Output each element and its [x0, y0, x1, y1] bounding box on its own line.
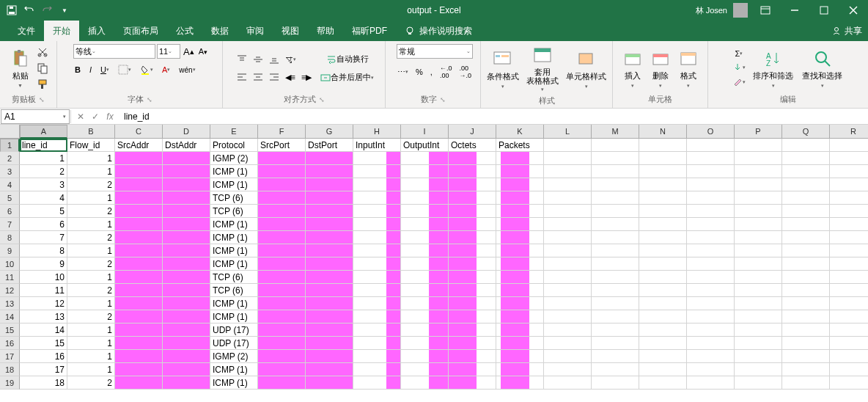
cell[interactable] [782, 218, 830, 231]
cell[interactable] [639, 205, 687, 218]
row-header[interactable]: 6 [0, 205, 20, 218]
cell[interactable] [258, 152, 306, 165]
cell[interactable] [830, 178, 868, 191]
orientation-icon[interactable]: ⦪▾ [284, 54, 298, 65]
cell[interactable] [544, 165, 592, 178]
cell[interactable]: 1 [67, 363, 115, 376]
cell[interactable] [830, 376, 868, 390]
cell[interactable] [306, 231, 353, 244]
cell[interactable] [544, 152, 592, 165]
border-icon[interactable]: ▾ [117, 63, 133, 76]
cell[interactable] [782, 231, 830, 244]
cell[interactable] [401, 218, 449, 231]
cell[interactable] [830, 337, 868, 350]
row-header[interactable]: 3 [0, 165, 20, 178]
cell[interactable] [782, 337, 830, 350]
decrease-indent-icon[interactable]: ◀≡ [284, 71, 297, 84]
cell[interactable] [687, 284, 735, 297]
cell[interactable] [830, 205, 868, 218]
cell[interactable] [544, 271, 592, 284]
cell[interactable] [401, 310, 449, 324]
percent-icon[interactable]: % [414, 66, 424, 78]
cell[interactable] [735, 337, 782, 350]
cell[interactable] [258, 244, 306, 257]
cell[interactable]: 1 [67, 337, 115, 350]
cell[interactable] [115, 257, 163, 271]
cell[interactable] [401, 257, 449, 271]
cell[interactable] [353, 218, 401, 231]
cell[interactable] [687, 152, 735, 165]
cell[interactable] [163, 191, 210, 205]
qat-customize-icon[interactable]: ▼ [57, 3, 72, 18]
col-header[interactable]: G [306, 125, 353, 139]
cell[interactable] [544, 139, 592, 152]
cell[interactable] [592, 350, 639, 363]
sort-filter-button[interactable]: AZ排序和筛选▾ [750, 47, 796, 90]
cell[interactable] [496, 350, 544, 363]
row-header[interactable]: 16 [0, 337, 20, 350]
tab-review[interactable]: 审阅 [238, 21, 273, 41]
cell[interactable]: line_id [20, 139, 67, 152]
cell[interactable]: SrcPort [258, 139, 306, 152]
col-header[interactable]: M [592, 125, 639, 139]
maximize-icon[interactable] [812, 1, 836, 19]
col-header[interactable]: F [258, 125, 306, 139]
cell[interactable] [639, 297, 687, 310]
cell[interactable] [544, 297, 592, 310]
cell[interactable] [782, 152, 830, 165]
cell[interactable] [735, 231, 782, 244]
cell[interactable] [544, 257, 592, 271]
cell[interactable]: 11 [20, 284, 67, 297]
cell[interactable] [592, 337, 639, 350]
align-left-icon[interactable] [235, 70, 249, 84]
col-header[interactable]: Q [782, 125, 830, 139]
cell[interactable]: DstAddr [163, 139, 210, 152]
cell[interactable] [306, 257, 353, 271]
cell[interactable] [115, 165, 163, 178]
save-icon[interactable] [4, 3, 19, 18]
cell[interactable]: DstPort [306, 139, 353, 152]
cell[interactable]: 1 [67, 191, 115, 205]
cell[interactable]: 13 [20, 310, 67, 324]
cell[interactable] [306, 324, 353, 337]
format-painter-icon[interactable] [35, 77, 50, 92]
col-header[interactable]: N [639, 125, 687, 139]
cell[interactable] [496, 337, 544, 350]
cell[interactable]: OutputInt [401, 139, 449, 152]
cell[interactable] [592, 257, 639, 271]
cell[interactable] [449, 178, 496, 191]
cell[interactable] [401, 350, 449, 363]
cell[interactable] [258, 350, 306, 363]
increase-decimal-icon[interactable]: ←.0.00 [438, 63, 454, 81]
cell[interactable] [449, 257, 496, 271]
col-header[interactable]: R [830, 125, 868, 139]
cell[interactable]: 1 [67, 165, 115, 178]
cell[interactable] [258, 297, 306, 310]
col-header[interactable]: B [67, 125, 115, 139]
cell[interactable] [830, 218, 868, 231]
cell[interactable] [592, 165, 639, 178]
cell[interactable]: ICMP (1) [210, 178, 258, 191]
cell[interactable] [544, 244, 592, 257]
cell[interactable] [544, 205, 592, 218]
cell[interactable] [782, 244, 830, 257]
cell[interactable] [735, 191, 782, 205]
cell[interactable]: ICMP (1) [210, 165, 258, 178]
cancel-formula-icon[interactable]: ✕ [74, 110, 87, 123]
cell[interactable] [353, 152, 401, 165]
cell[interactable] [115, 244, 163, 257]
cell[interactable]: 1 [67, 244, 115, 257]
cell[interactable]: 17 [20, 363, 67, 376]
cell[interactable] [449, 310, 496, 324]
cell[interactable] [401, 324, 449, 337]
cell[interactable] [830, 152, 868, 165]
col-header[interactable]: O [687, 125, 735, 139]
cell[interactable] [115, 310, 163, 324]
cell[interactable] [782, 139, 830, 152]
cell[interactable] [449, 284, 496, 297]
undo-icon[interactable] [22, 3, 37, 18]
cell[interactable] [353, 271, 401, 284]
cell[interactable] [163, 376, 210, 390]
cell[interactable] [163, 178, 210, 191]
row-header[interactable]: 13 [0, 297, 20, 310]
